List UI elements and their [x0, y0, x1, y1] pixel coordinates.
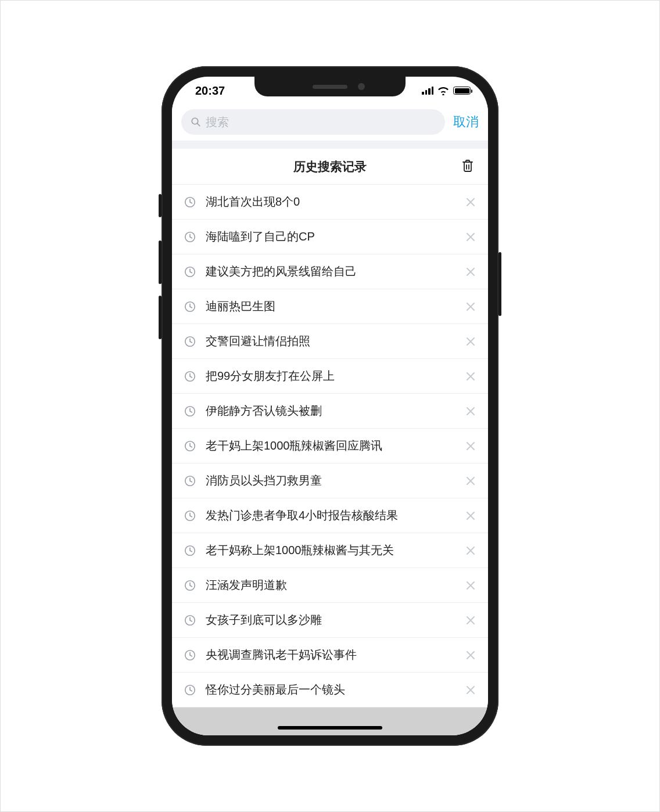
- history-item-text: 老干妈称上架1000瓶辣椒酱与其无关: [206, 542, 457, 558]
- delete-item-button[interactable]: [466, 302, 475, 311]
- delete-item-button[interactable]: [466, 651, 475, 660]
- delete-item-button[interactable]: [466, 372, 475, 381]
- history-item[interactable]: 伊能静方否认镜头被删: [172, 394, 488, 429]
- history-item-text: 把99分女朋友打在公屏上: [206, 368, 457, 384]
- phone-side-button: [159, 194, 162, 217]
- search-icon: [191, 117, 201, 127]
- clock-icon: [184, 614, 196, 627]
- history-item-text: 发热门诊患者争取4小时报告核酸结果: [206, 508, 457, 523]
- history-list[interactable]: 湖北首次出现8个0 海陆嗑到了自己的CP 建议美方把的风景线留给自己 迪丽热巴生…: [172, 185, 488, 735]
- clock-icon: [184, 265, 196, 278]
- delete-item-button[interactable]: [466, 546, 475, 555]
- delete-item-button[interactable]: [466, 232, 475, 242]
- clock-icon: [184, 335, 196, 348]
- cellular-icon: [422, 87, 433, 95]
- trash-icon: [461, 159, 474, 173]
- history-item[interactable]: 汪涵发声明道歉: [172, 568, 488, 603]
- clock-icon: [184, 231, 196, 243]
- search-row: 搜索 取消: [172, 105, 488, 141]
- history-item-text: 央视调查腾讯老干妈诉讼事件: [206, 647, 457, 663]
- history-item[interactable]: 怪你过分美丽最后一个镜头: [172, 673, 488, 707]
- history-item[interactable]: 发热门诊患者争取4小时报告核酸结果: [172, 498, 488, 533]
- cancel-button[interactable]: 取消: [453, 113, 479, 131]
- clock-icon: [184, 300, 196, 313]
- history-item-text: 湖北首次出现8个0: [206, 194, 457, 210]
- status-time: 20:37: [195, 84, 225, 98]
- phone-side-button: [159, 240, 162, 284]
- history-item-text: 海陆嗑到了自己的CP: [206, 229, 457, 245]
- section-divider: [172, 141, 488, 149]
- history-item[interactable]: 把99分女朋友打在公屏上: [172, 359, 488, 394]
- clock-icon: [184, 405, 196, 418]
- search-input[interactable]: 搜索: [181, 109, 445, 135]
- clock-icon: [184, 579, 196, 592]
- history-item[interactable]: 交警回避让情侣拍照: [172, 324, 488, 359]
- history-item-text: 汪涵发声明道歉: [206, 577, 457, 593]
- history-item-text: 老干妈上架1000瓶辣椒酱回应腾讯: [206, 438, 457, 454]
- delete-item-button[interactable]: [466, 685, 475, 695]
- phone-side-button: [498, 252, 501, 316]
- status-icons: [422, 86, 471, 95]
- delete-item-button[interactable]: [466, 511, 475, 520]
- delete-item-button[interactable]: [466, 407, 475, 416]
- canvas-frame: 20:37: [0, 0, 660, 812]
- history-item[interactable]: 老干妈上架1000瓶辣椒酱回应腾讯: [172, 429, 488, 464]
- search-placeholder: 搜索: [206, 114, 229, 130]
- history-item[interactable]: 迪丽热巴生图: [172, 289, 488, 324]
- history-item[interactable]: 消防员以头挡刀救男童: [172, 464, 488, 498]
- svg-line-1: [198, 124, 200, 126]
- history-item-text: 伊能静方否认镜头被删: [206, 403, 457, 419]
- phone-screen: 20:37: [172, 77, 488, 735]
- delete-item-button[interactable]: [466, 616, 475, 625]
- phone-notch: [254, 77, 406, 96]
- history-item-text: 怪你过分美丽最后一个镜头: [206, 682, 457, 698]
- history-item-text: 建议美方把的风景线留给自己: [206, 264, 457, 279]
- history-item[interactable]: 湖北首次出现8个0: [172, 185, 488, 220]
- clock-icon: [184, 196, 196, 209]
- history-item[interactable]: 女孩子到底可以多沙雕: [172, 603, 488, 638]
- history-item[interactable]: 海陆嗑到了自己的CP: [172, 220, 488, 254]
- history-item-text: 交警回避让情侣拍照: [206, 333, 457, 349]
- clock-icon: [184, 649, 196, 662]
- battery-icon: [453, 87, 471, 95]
- clock-icon: [184, 509, 196, 522]
- history-item-text: 消防员以头挡刀救男童: [206, 473, 457, 488]
- bottom-overlay: [172, 707, 488, 735]
- history-item-text: 迪丽热巴生图: [206, 299, 457, 314]
- phone-side-button: [159, 296, 162, 339]
- clear-history-button[interactable]: [461, 159, 474, 175]
- clock-icon: [184, 684, 196, 696]
- history-item[interactable]: 央视调查腾讯老干妈诉讼事件: [172, 638, 488, 673]
- home-indicator[interactable]: [278, 726, 382, 730]
- delete-item-button[interactable]: [466, 441, 475, 451]
- delete-item-button[interactable]: [466, 337, 475, 346]
- delete-item-button[interactable]: [466, 197, 475, 207]
- delete-item-button[interactable]: [466, 581, 475, 590]
- history-item-text: 女孩子到底可以多沙雕: [206, 612, 457, 628]
- phone-frame: 20:37: [162, 66, 498, 746]
- history-title: 历史搜索记录: [293, 159, 367, 175]
- clock-icon: [184, 475, 196, 487]
- phone-camera: [358, 83, 365, 90]
- history-header: 历史搜索记录: [172, 149, 488, 185]
- clock-icon: [184, 544, 196, 557]
- clock-icon: [184, 370, 196, 383]
- wifi-icon: [437, 86, 449, 95]
- history-item[interactable]: 建议美方把的风景线留给自己: [172, 254, 488, 289]
- delete-item-button[interactable]: [466, 476, 475, 486]
- delete-item-button[interactable]: [466, 267, 475, 276]
- clock-icon: [184, 440, 196, 452]
- phone-speaker: [313, 85, 347, 89]
- history-item[interactable]: 老干妈称上架1000瓶辣椒酱与其无关: [172, 533, 488, 568]
